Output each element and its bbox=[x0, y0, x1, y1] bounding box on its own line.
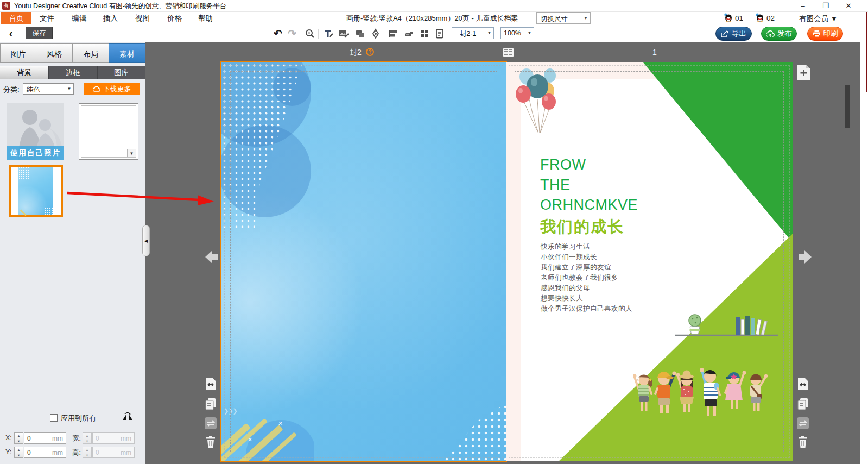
body-line[interactable]: 小伙伴们一期成长 bbox=[541, 253, 597, 262]
member-dropdown[interactable]: 有图会员 ▼ bbox=[799, 14, 838, 24]
apply-to-all-checkbox[interactable] bbox=[50, 414, 58, 422]
thumbnail-own-photo[interactable]: 使用自己照片 bbox=[7, 103, 64, 160]
toolbar: ‹ 保存 ↶ ↷ 封2-1 ▼ 100% ▼ 导出 发布 bbox=[0, 25, 868, 42]
balloons-illustration bbox=[510, 64, 565, 137]
stamp-tool-icon[interactable] bbox=[402, 27, 415, 40]
delete-page-icon[interactable] bbox=[204, 435, 217, 449]
subtab-background[interactable]: 背景 bbox=[0, 66, 49, 79]
cloud-icon bbox=[93, 86, 100, 92]
duplicate-page-icon[interactable] bbox=[204, 397, 217, 411]
maximize-button[interactable]: ❐ bbox=[816, 0, 835, 11]
add-page-icon[interactable] bbox=[797, 64, 810, 80]
tab-materials[interactable]: 素材 bbox=[109, 43, 145, 63]
x-spinner[interactable]: ▲▼ bbox=[14, 432, 23, 444]
thumbnail-blank-background[interactable]: ▼ bbox=[79, 103, 138, 160]
page-right-page1[interactable]: FROW THE ORHNCMKVE 我们的成长 快乐的学习生活 小伙伴们一期成… bbox=[506, 62, 793, 461]
magic-zoom-icon[interactable] bbox=[303, 27, 316, 40]
page-left-cover2[interactable] bbox=[221, 62, 506, 461]
y-spinner[interactable]: ▲▼ bbox=[14, 447, 23, 458]
delete-page-icon[interactable] bbox=[796, 435, 809, 449]
menu-view[interactable]: 视图 bbox=[135, 14, 150, 23]
back-button[interactable]: ‹ bbox=[4, 26, 17, 40]
chevron-down-icon[interactable]: ▼ bbox=[127, 149, 136, 157]
body-line[interactable]: 想要快快长大 bbox=[541, 294, 583, 303]
height-label: 高: bbox=[72, 448, 81, 457]
x-input[interactable]: 0 mm bbox=[24, 432, 66, 444]
image-edit-icon[interactable] bbox=[337, 27, 350, 40]
size-switch-dropdown[interactable]: 切换尺寸 ▼ bbox=[536, 12, 591, 24]
mirror-flip-icon[interactable] bbox=[122, 412, 134, 422]
x-label: X: bbox=[5, 434, 12, 442]
width-label: 宽: bbox=[72, 434, 81, 443]
help-icon[interactable]: ? bbox=[366, 48, 374, 56]
next-arrow-icon[interactable] bbox=[804, 250, 812, 264]
menu-edit[interactable]: 编辑 bbox=[72, 14, 86, 23]
document-title: 画册-竖款:竖款A4（210x285mm）20页 - 儿童成长档案 bbox=[346, 14, 518, 23]
redo-icon[interactable]: ↷ bbox=[286, 27, 299, 40]
width-input: 0 mm bbox=[92, 432, 135, 444]
save-button[interactable]: 保存 bbox=[26, 27, 53, 39]
chinese-title[interactable]: 我们的成长 bbox=[540, 216, 624, 238]
grid-view-icon[interactable] bbox=[418, 27, 431, 40]
canvas-area: ◀ 封2 ? 1 bbox=[145, 42, 860, 464]
prev-page-button[interactable] bbox=[212, 254, 218, 260]
thumbnail-blue-background-selected[interactable] bbox=[9, 165, 63, 217]
body-line[interactable]: 我们建立了深厚的友谊 bbox=[541, 263, 611, 272]
shape-tool-icon[interactable] bbox=[353, 27, 366, 40]
undo-icon[interactable]: ↶ bbox=[271, 27, 284, 40]
y-unit: mm bbox=[52, 449, 63, 456]
download-more-button[interactable]: 下载更多 bbox=[84, 83, 140, 95]
export-button[interactable]: 导出 bbox=[715, 27, 752, 41]
menu-home[interactable]: 首页 bbox=[1, 12, 31, 24]
page-resize-icon[interactable] bbox=[204, 377, 217, 391]
stripe-decoration bbox=[20, 209, 27, 216]
tab-layout[interactable]: 布局 bbox=[73, 43, 109, 63]
body-line[interactable]: 老师们也教会了我们很多 bbox=[541, 273, 618, 283]
category-dropdown[interactable]: 纯色 ▼ bbox=[23, 83, 74, 95]
menu-price[interactable]: 价格 bbox=[167, 14, 182, 23]
account2-label: 02 bbox=[766, 14, 775, 22]
cross-decoration bbox=[248, 436, 252, 443]
page-list-icon[interactable] bbox=[433, 27, 446, 40]
heading-line1[interactable]: FROW bbox=[540, 156, 586, 173]
qq-account1-icon[interactable] bbox=[724, 13, 732, 22]
menu-file[interactable]: 文件 bbox=[40, 14, 54, 23]
body-line[interactable]: 做个男子汉保护自己喜欢的人 bbox=[541, 304, 632, 313]
next-page-button[interactable] bbox=[799, 254, 804, 260]
menu-help[interactable]: 帮助 bbox=[198, 14, 213, 23]
page-selector-dropdown[interactable]: 封2-1 ▼ bbox=[452, 27, 494, 39]
vertical-scrollbar-thumb[interactable] bbox=[845, 85, 850, 128]
text-edit-icon[interactable] bbox=[322, 27, 335, 40]
close-button[interactable]: ✕ bbox=[839, 0, 858, 11]
publish-button[interactable]: 发布 bbox=[761, 27, 797, 41]
zoom-level-value: 100% bbox=[501, 29, 524, 37]
minimize-button[interactable]: – bbox=[794, 0, 812, 11]
prev-arrow-icon[interactable] bbox=[205, 250, 212, 264]
y-input[interactable]: 0 mm bbox=[24, 447, 66, 458]
menu-bar: 首页 文件 编辑 插入 视图 价格 帮助 画册-竖款:竖款A4（210x285m… bbox=[0, 12, 868, 25]
tab-styles[interactable]: 风格 bbox=[36, 43, 73, 63]
account1-label: 01 bbox=[735, 14, 743, 22]
printer-icon bbox=[813, 30, 821, 37]
chevron-down-icon: ▼ bbox=[525, 28, 534, 39]
pen-tool-icon[interactable] bbox=[369, 27, 382, 40]
width-spinner: ▲▼ bbox=[83, 432, 92, 444]
body-line[interactable]: 快乐的学习生活 bbox=[541, 242, 590, 252]
tab-pictures[interactable]: 图片 bbox=[0, 43, 36, 63]
align-icon[interactable] bbox=[387, 27, 400, 40]
page-resize-icon[interactable] bbox=[796, 377, 809, 391]
body-line[interactable]: 感恩我们的父母 bbox=[541, 284, 590, 293]
heading-line2[interactable]: THE bbox=[540, 177, 571, 193]
print-label: 印刷 bbox=[823, 29, 838, 39]
panel-collapse-handle[interactable]: ◀ bbox=[142, 225, 150, 256]
subtab-border[interactable]: 边框 bbox=[49, 66, 98, 79]
qq-account2-icon[interactable] bbox=[756, 13, 764, 22]
zoom-level-dropdown[interactable]: 100% ▼ bbox=[500, 27, 534, 39]
heading-line3[interactable]: ORHNCMKVE bbox=[540, 197, 638, 214]
spread-view-icon[interactable] bbox=[503, 48, 514, 57]
subtab-gallery[interactable]: 图库 bbox=[98, 66, 145, 79]
duplicate-page-icon[interactable] bbox=[796, 397, 809, 411]
menu-insert[interactable]: 插入 bbox=[103, 14, 118, 23]
chevron-down-icon: ▼ bbox=[65, 84, 73, 94]
print-button[interactable]: 印刷 bbox=[807, 27, 843, 41]
